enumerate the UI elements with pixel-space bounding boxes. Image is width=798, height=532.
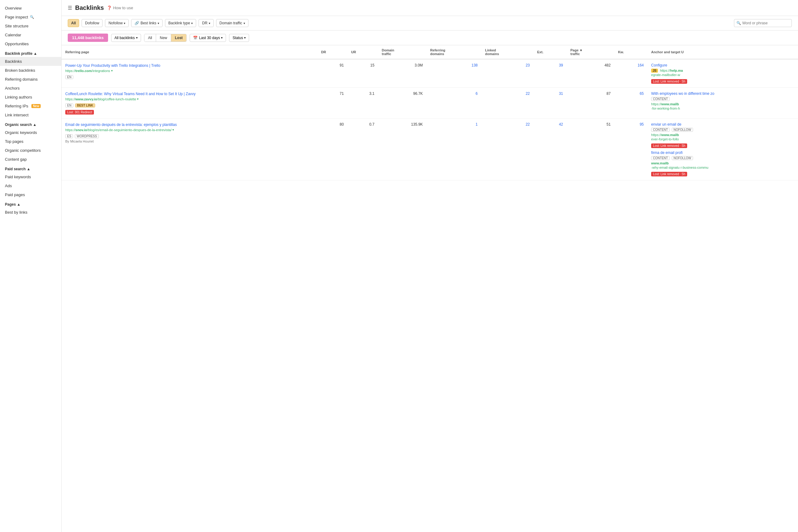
sidebar-item-calendar[interactable]: Calendar bbox=[0, 31, 61, 39]
filter-domain-traffic-button[interactable]: Domain traffic ▾ bbox=[216, 19, 248, 27]
anchor-text: With employees wo in different time zo bbox=[651, 92, 794, 96]
td-page-traffic: 51 bbox=[567, 118, 614, 180]
content-tag-2: CONTENT bbox=[651, 156, 670, 160]
td-ext[interactable]: 31 bbox=[534, 88, 567, 118]
filter-all-button[interactable]: All bbox=[68, 19, 79, 27]
sidebar-item-referring-ips[interactable]: Referring IPs New bbox=[0, 101, 61, 111]
table-row: Coffee/Lunch Roulette: Why Virtual Teams… bbox=[61, 88, 798, 118]
chevron-down-icon: ▾ bbox=[158, 22, 159, 25]
filter-best-links-button[interactable]: 🔗 Best links ▾ bbox=[131, 19, 162, 27]
td-domain-traffic: 135.9K bbox=[378, 118, 426, 180]
lost-badge: Lost: Link removed · Sh bbox=[651, 144, 687, 148]
anchor-cell: enviar un email de CONTENT NOFOLLOW http… bbox=[647, 118, 798, 180]
page-title-link[interactable]: Power-Up Your Productivity with Trello I… bbox=[65, 63, 314, 68]
sidebar-item-broken-backlinks[interactable]: Broken backlinks bbox=[0, 66, 61, 75]
date-filter-button[interactable]: 📅 Last 30 days ▾ bbox=[190, 34, 226, 42]
url-dropdown-icon[interactable]: ▾ bbox=[111, 69, 113, 72]
th-referring-domains: Referringdomains bbox=[426, 45, 481, 59]
chevron-down-icon: ▾ bbox=[221, 36, 223, 39]
th-domain-traffic: Domaintraffic bbox=[378, 45, 426, 59]
td-linked-domains[interactable]: 22 bbox=[481, 88, 534, 118]
content-tag: CONTENT bbox=[651, 128, 670, 132]
td-ext[interactable]: 39 bbox=[534, 59, 567, 88]
th-dr: DR bbox=[318, 45, 347, 59]
sub-filter-bar: 11,448 backlinks All backlinks ▾ All New… bbox=[61, 31, 798, 45]
lang-tag: EN bbox=[65, 75, 73, 79]
filter-dofollow-button[interactable]: Dofollow bbox=[81, 19, 102, 27]
tab-lost-button[interactable]: Lost bbox=[171, 34, 186, 41]
link-icon: 🔗 bbox=[135, 21, 139, 25]
sidebar-item-overview[interactable]: Overview bbox=[0, 4, 61, 13]
dr-label: DR bbox=[202, 21, 207, 25]
url-dropdown-icon[interactable]: ▾ bbox=[172, 128, 174, 131]
th-page-traffic[interactable]: Page ▼traffic bbox=[567, 45, 614, 59]
status-button[interactable]: Status ▾ bbox=[229, 34, 249, 42]
sidebar-item-link-intersect[interactable]: Link intersect bbox=[0, 111, 61, 119]
sidebar-item-referring-domains[interactable]: Referring domains bbox=[0, 75, 61, 84]
th-ext: Ext. bbox=[534, 45, 567, 59]
all-backlinks-button[interactable]: All backlinks ▾ bbox=[111, 34, 141, 42]
hamburger-icon[interactable]: ☰ bbox=[68, 5, 72, 11]
filter-nofollow-button[interactable]: Nofollow ▾ bbox=[105, 19, 129, 27]
td-ext[interactable]: 42 bbox=[534, 118, 567, 180]
td-kw[interactable]: 164 bbox=[614, 59, 647, 88]
td-linked-domains[interactable]: 23 bbox=[481, 59, 534, 88]
td-dr: 91 bbox=[318, 59, 347, 88]
anchor-link[interactable]: enviar un email de bbox=[651, 122, 681, 127]
page-title-link[interactable]: Coffee/Lunch Roulette: Why Virtual Teams… bbox=[65, 92, 314, 97]
th-anchor: Anchor and target U bbox=[647, 45, 798, 59]
sidebar-item-backlinks[interactable]: Backlinks bbox=[0, 57, 61, 66]
anchor-link[interactable]: With employees wo in different time zo bbox=[651, 92, 714, 96]
td-referring-domains[interactable]: 1 bbox=[426, 118, 481, 180]
sidebar-item-ads[interactable]: Ads bbox=[0, 181, 61, 190]
page-url: https://www.zavvy.io/blog/coffee-lunch-r… bbox=[65, 97, 314, 101]
td-referring-domains[interactable]: 6 bbox=[426, 88, 481, 118]
backlinks-table: Referring page DR UR Domaintraffic Refer… bbox=[61, 45, 798, 180]
sidebar-item-opportunities[interactable]: Opportunities bbox=[0, 39, 61, 48]
lang-tag: EN bbox=[65, 103, 73, 108]
anchor-cell: Configure JS https://help.maegrate-mailb… bbox=[647, 59, 798, 88]
sidebar-item-page-inspect[interactable]: Page inspect 🔍 bbox=[0, 13, 61, 22]
sidebar-section-backlink-profile: Backlink profile ▲ bbox=[0, 48, 61, 57]
page-title: Backlinks bbox=[75, 4, 104, 12]
sidebar-item-organic-competitors[interactable]: Organic competitors bbox=[0, 146, 61, 155]
sidebar-item-content-gap[interactable]: Content gap bbox=[0, 155, 61, 164]
sidebar-item-organic-keywords[interactable]: Organic keywords bbox=[0, 128, 61, 137]
help-icon: ❓ bbox=[107, 5, 112, 10]
sidebar-item-best-by-links[interactable]: Best by links bbox=[0, 208, 61, 217]
chevron-down-icon: ▾ bbox=[124, 22, 125, 25]
help-link[interactable]: ❓ How to use bbox=[107, 5, 133, 10]
search-icon: 🔍 bbox=[737, 21, 741, 25]
anchor-link[interactable]: Configure bbox=[651, 63, 667, 68]
sidebar-item-top-pages[interactable]: Top pages bbox=[0, 137, 61, 146]
lost-badge: Lost: 301 Redirect bbox=[65, 110, 94, 115]
sidebar-item-site-structure[interactable]: Site structure bbox=[0, 22, 61, 31]
sidebar-item-anchors[interactable]: Anchors bbox=[0, 84, 61, 93]
filter-dr-button[interactable]: DR ▾ bbox=[198, 19, 213, 27]
new-badge: New bbox=[32, 104, 41, 108]
table-container: Referring page DR UR Domaintraffic Refer… bbox=[61, 45, 798, 532]
sidebar-item-paid-pages[interactable]: Paid pages bbox=[0, 190, 61, 199]
td-ur: 3.1 bbox=[347, 88, 378, 118]
lang-tag: ES bbox=[65, 134, 73, 138]
anchor-link-2[interactable]: firma de email profi bbox=[651, 151, 683, 155]
filter-backlink-type-button[interactable]: Backlink type ▾ bbox=[165, 19, 196, 27]
tab-new-button[interactable]: New bbox=[156, 34, 171, 41]
domain-traffic-label: Domain traffic bbox=[220, 21, 242, 25]
sidebar-item-paid-keywords[interactable]: Paid keywords bbox=[0, 172, 61, 181]
tab-all-button[interactable]: All bbox=[145, 34, 156, 41]
url-dropdown-icon[interactable]: ▾ bbox=[137, 97, 138, 101]
anchor-cell: With employees wo in different time zo C… bbox=[647, 88, 798, 118]
td-kw[interactable]: 95 bbox=[614, 118, 647, 180]
td-kw[interactable]: 65 bbox=[614, 88, 647, 118]
sidebar-item-linking-authors[interactable]: Linking authors bbox=[0, 93, 61, 101]
th-kw: Kw. bbox=[614, 45, 647, 59]
calendar-icon: 📅 bbox=[193, 36, 198, 40]
td-linked-domains[interactable]: 22 bbox=[481, 118, 534, 180]
js-badge: JS bbox=[651, 69, 658, 73]
page-title-link[interactable]: Email de seguimiento después de la entre… bbox=[65, 122, 314, 128]
th-referring-page: Referring page bbox=[61, 45, 318, 59]
td-referring-domains[interactable]: 138 bbox=[426, 59, 481, 88]
td-ur: 15 bbox=[347, 59, 378, 88]
search-input[interactable] bbox=[734, 19, 792, 27]
